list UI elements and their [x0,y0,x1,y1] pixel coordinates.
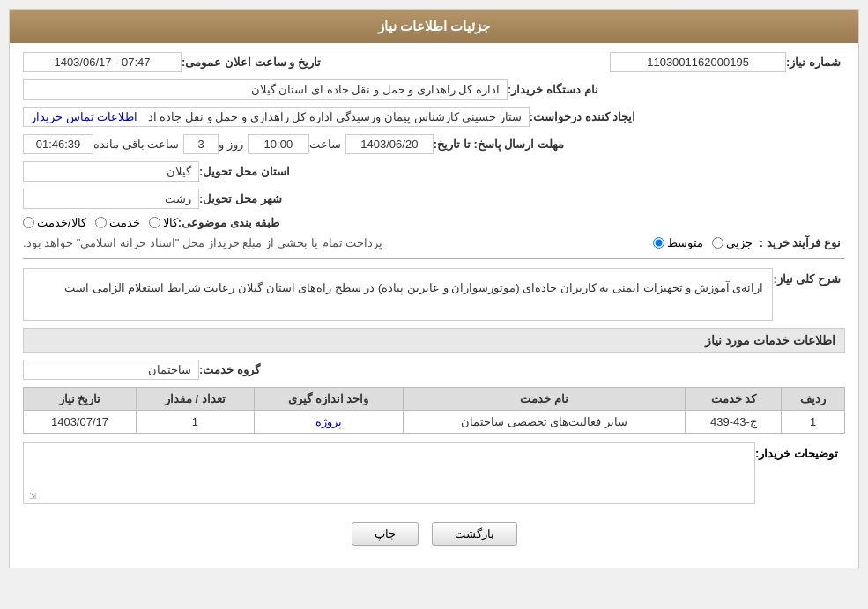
category-kala[interactable]: کالا [149,216,178,229]
category-label: طبقه بندی موضوعی: [178,216,280,229]
category-khedmat[interactable]: خدمت [95,216,140,229]
col-row-num: ردیف [782,388,845,411]
cell-date: 1403/07/17 [24,411,137,434]
remaining-time: 01:46:39 [23,134,93,154]
purchase-note: پرداخت تمام یا بخشی از مبلغ خریداز محل "… [23,236,382,249]
purchase-motavaset[interactable]: متوسط [653,236,703,249]
requester-org-label: نام دستگاه خریدار: [508,83,598,96]
category-khedmat-label: خدمت [109,216,140,229]
buyer-notes-box: ⇲ [23,442,755,504]
resize-handle: ⇲ [26,491,36,501]
creator-value: ستار حسینی کارشناس پیمان ورسیدگی اداره ک… [23,107,530,127]
response-date: 1403/06/20 [345,134,434,154]
service-group-value: ساختمان [23,360,199,380]
page-header: جزئیات اطلاعات نیاز [10,10,858,43]
purchase-jozii-label: جزیی [726,236,753,249]
cell-service-code: ج-43-439 [686,411,782,434]
requester-org-value: اداره کل راهداری و حمل و نقل جاده ای است… [23,79,508,100]
remaining-label: ساعت باقی مانده [93,137,179,151]
need-description-value: ارائه‌ی آموزش و تجهیزات ایمنی به کاربران… [23,268,773,321]
need-number-label: شماره نیاز: [786,56,841,69]
col-service-code: کد خدمت [686,388,782,411]
print-button[interactable]: چاپ [352,522,419,546]
col-date: تاریخ نیاز [24,388,137,411]
need-description-label: شرح کلی نیاز: [773,272,841,286]
table-row: 1ج-43-439سایر فعالیت‌های تخصصی ساختمانپر… [24,411,845,434]
header-title: جزئیات اطلاعات نیاز [378,19,490,33]
province-label: استان محل تحویل: [199,165,290,178]
category-kala-khedmat[interactable]: کالا/خدمت [23,216,86,229]
services-section-title: اطلاعات خدمات مورد نیاز [23,328,845,353]
purchase-jozii[interactable]: جزیی [712,236,753,249]
announcement-date-value: 1403/06/17 - 07:47 [23,52,182,72]
col-service-name: نام خدمت [403,388,686,411]
creator-label: ایجاد کننده درخواست: [530,110,636,123]
province-value: گیلان [23,161,199,182]
cell-unit: پروژه [254,411,403,434]
response-days-label: روز و [219,137,243,151]
city-label: شهر محل تحویل: [199,192,282,205]
buttons-row: بازگشت چاپ [23,513,845,559]
purchase-type-label: نوع فرآیند خرید : [760,236,841,249]
city-value: رشت [23,189,199,209]
back-button[interactable]: بازگشت [432,522,517,546]
cell-quantity: 1 [137,411,255,434]
cell-row-num: 1 [782,411,845,434]
col-unit: واحد اندازه گیری [254,388,403,411]
cell-service-name: سایر فعالیت‌های تخصصی ساختمان [403,411,686,434]
response-deadline-label: مهلت ارسال پاسخ: تا تاریخ: [434,137,564,151]
service-group-label: گروه خدمت: [199,363,260,376]
buyer-notes-label: توضیحات خریدار: [755,447,838,460]
response-days: 3 [183,134,219,154]
category-kala-khedmat-label: کالا/خدمت [37,216,86,229]
services-table: ردیف کد خدمت نام خدمت واحد اندازه گیری ت… [23,387,845,434]
purchase-motavaset-label: متوسط [667,236,703,249]
purchase-type-radio-group: جزیی متوسط [653,236,753,249]
response-time: 10:00 [248,134,309,154]
creator-contact-link[interactable]: اطلاعات تماس خریدار [31,110,137,123]
creator-name: ستار حسینی کارشناس پیمان ورسیدگی اداره ک… [148,110,522,123]
col-quantity: تعداد / مقدار [137,388,255,411]
announcement-date-label: تاریخ و ساعت اعلان عمومی: [182,56,321,69]
need-number-value: 1103001162000195 [610,52,786,72]
response-time-label: ساعت [309,137,341,151]
category-radio-group: کالا خدمت کالا/خدمت [23,216,178,229]
category-kala-label: کالا [163,216,178,229]
